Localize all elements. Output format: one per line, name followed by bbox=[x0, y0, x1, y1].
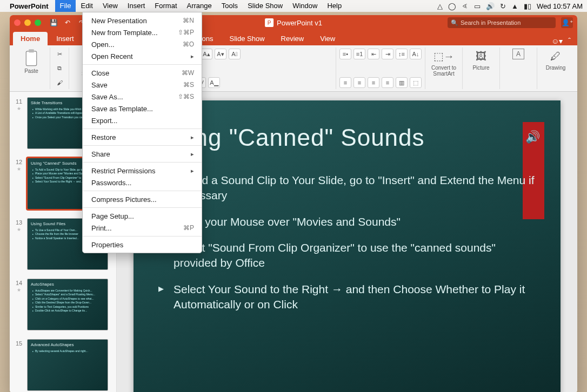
file-menu-properties[interactable]: Properties bbox=[83, 239, 202, 251]
text-direction-button[interactable]: A↓ bbox=[410, 49, 422, 59]
menu-edit[interactable]: Edit bbox=[76, 0, 97, 12]
slide-bullet[interactable]: To Add a Sound Clip to Your Slide, go to… bbox=[158, 173, 536, 204]
picture-button[interactable]: 🖼 Picture bbox=[466, 49, 496, 71]
tab-review[interactable]: Review bbox=[274, 32, 312, 45]
sync-icon[interactable]: ↻ bbox=[500, 2, 506, 10]
slide-body[interactable]: To Add a Sound Clip to Your Slide, go to… bbox=[158, 173, 536, 312]
file-menu-restore[interactable]: Restore bbox=[83, 131, 202, 143]
tab-home[interactable]: Home bbox=[13, 32, 48, 45]
ribbon-collapse-icon[interactable]: ˆ bbox=[568, 37, 571, 45]
align-center-button[interactable]: ≡ bbox=[353, 77, 365, 88]
menu-slideshow[interactable]: Slide Show bbox=[243, 0, 288, 12]
account-button[interactable]: 👤⁺ bbox=[561, 17, 573, 28]
slide-thumbnail[interactable]: AutoShapesAutoShapes are Convenient for … bbox=[27, 279, 108, 330]
file-menu-export[interactable]: Export... bbox=[83, 114, 202, 126]
app-name[interactable]: PowerPoint bbox=[10, 2, 49, 10]
line-spacing-button[interactable]: ↕≡ bbox=[396, 49, 408, 59]
file-menu-restrict-permissions[interactable]: Restrict Permissions bbox=[83, 165, 202, 177]
picture-icon: 🖼 bbox=[473, 49, 489, 64]
volume-icon[interactable]: 🔊 bbox=[486, 2, 495, 10]
align-left-button[interactable]: ≡ bbox=[339, 77, 351, 88]
slide-bullet[interactable]: Select Your Sound to the Right → and the… bbox=[158, 282, 536, 313]
indent-less-button[interactable]: ⇤ bbox=[368, 49, 379, 59]
file-menu-save-as[interactable]: Save As...⇧⌘S bbox=[83, 91, 202, 103]
indent-more-button[interactable]: ⇥ bbox=[382, 49, 393, 59]
qat-undo-icon[interactable]: ↶ bbox=[63, 18, 72, 28]
columns-button[interactable]: ▥ bbox=[396, 77, 408, 88]
file-menu-share[interactable]: Share bbox=[83, 148, 202, 160]
tab-view[interactable]: View bbox=[312, 32, 343, 45]
align-right-button[interactable]: ≡ bbox=[368, 77, 379, 88]
grow-font-button[interactable]: A▴ bbox=[201, 49, 212, 59]
search-input[interactable] bbox=[461, 19, 552, 26]
file-menu-close[interactable]: Close⌘W bbox=[83, 67, 202, 79]
thumb-number: 12★ bbox=[14, 158, 24, 172]
slide-thumbnail[interactable]: Advanced AutoShapesBy selecting several … bbox=[27, 339, 108, 391]
wifi-icon[interactable]: ▲ bbox=[511, 2, 518, 10]
window-minimize-button[interactable] bbox=[24, 19, 31, 26]
convert-smartart-label: Convert to SmartArt bbox=[431, 65, 456, 77]
tab-insert[interactable]: Insert bbox=[49, 32, 82, 45]
window-traffic-lights bbox=[14, 19, 41, 26]
justify-button[interactable]: ≡ bbox=[382, 77, 393, 88]
menu-tools[interactable]: Tools bbox=[217, 0, 243, 12]
svg-rect-0 bbox=[26, 51, 36, 66]
paste-label: Paste bbox=[24, 68, 38, 74]
qat-save-icon[interactable]: 💾 bbox=[49, 18, 58, 28]
picture-label: Picture bbox=[472, 65, 489, 71]
menubar-clock[interactable]: Wed 10:57 AM bbox=[537, 2, 583, 10]
thumb-number: 15 bbox=[14, 339, 24, 347]
file-menu-new-from-template[interactable]: New from Template...⇧⌘P bbox=[83, 26, 202, 38]
file-menu-compress-pictures[interactable]: Compress Pictures... bbox=[83, 193, 202, 205]
cut-icon[interactable]: ✂ bbox=[54, 49, 65, 59]
numbering-button[interactable]: ≡1 bbox=[353, 49, 365, 59]
thumb-number: 11★ bbox=[14, 97, 24, 111]
window-close-button[interactable] bbox=[14, 19, 21, 26]
file-menu-new-presentation[interactable]: New Presentation⌘N bbox=[83, 15, 202, 26]
menu-insert[interactable]: Insert bbox=[123, 0, 150, 12]
drawing-button[interactable]: 🖊 Drawing bbox=[541, 49, 571, 71]
thumb-number: 13★ bbox=[14, 218, 24, 232]
slide-bullet[interactable]: Place your Mouse over "Movies and Sounds… bbox=[158, 214, 536, 229]
ribbon-smiley-icon[interactable]: ☺▾ bbox=[551, 37, 563, 45]
user-icon[interactable]: ◯ bbox=[448, 2, 456, 10]
file-menu-page-setup[interactable]: Page Setup... bbox=[83, 210, 202, 222]
clear-format-button[interactable]: A⃠ bbox=[229, 49, 241, 59]
window-zoom-button[interactable] bbox=[35, 19, 41, 26]
gdrive-icon[interactable]: △ bbox=[437, 2, 443, 10]
slide-title[interactable]: Using "Canned" Sounds bbox=[158, 124, 536, 151]
menu-view[interactable]: View bbox=[98, 0, 123, 12]
paste-button[interactable]: Paste bbox=[16, 49, 46, 74]
battery-icon[interactable]: ▮▯ bbox=[524, 2, 531, 10]
bullets-button[interactable]: ≡• bbox=[339, 49, 351, 59]
copy-icon[interactable]: ⧉ bbox=[54, 63, 65, 74]
menu-format[interactable]: Format bbox=[150, 0, 182, 12]
file-menu-save[interactable]: Save⌘S bbox=[83, 79, 202, 91]
align-text-button[interactable]: ⬚ bbox=[410, 77, 422, 88]
file-menu-passwords[interactable]: Passwords... bbox=[83, 177, 202, 188]
file-menu-open[interactable]: Open...⌘O bbox=[83, 38, 202, 50]
textbox-button[interactable]: A bbox=[503, 49, 533, 59]
file-menu-save-as-template[interactable]: Save as Template... bbox=[83, 103, 202, 114]
slide-bullet[interactable]: Select "Sound From Clip Organizer" to us… bbox=[158, 240, 536, 271]
powerpoint-icon: P bbox=[265, 18, 274, 27]
menu-file[interactable]: File bbox=[55, 0, 76, 12]
search-in-presentation[interactable]: 🔍 bbox=[448, 17, 556, 28]
quick-access-toolbar: 💾 ↶ ↷ bbox=[49, 18, 86, 28]
file-menu-open-recent[interactable]: Open Recent bbox=[83, 50, 202, 62]
clipboard-icon bbox=[23, 49, 39, 67]
sound-icon[interactable]: 🔊 bbox=[525, 130, 540, 144]
svg-rect-1 bbox=[29, 49, 34, 52]
file-menu-print[interactable]: Print...⌘P bbox=[83, 222, 202, 234]
menu-help[interactable]: Help bbox=[322, 0, 346, 12]
convert-smartart-button[interactable]: ⬚→ Convert to SmartArt bbox=[429, 49, 459, 77]
format-painter-icon[interactable]: 🖌 bbox=[54, 77, 65, 88]
display-icon[interactable]: ▭ bbox=[474, 2, 481, 10]
shrink-font-button[interactable]: A▾ bbox=[215, 49, 226, 59]
dropbox-icon[interactable]: ⩹ bbox=[462, 2, 469, 10]
drawing-icon: 🖊 bbox=[548, 49, 563, 64]
menu-window[interactable]: Window bbox=[288, 0, 322, 12]
font-color-button[interactable]: A▁ bbox=[208, 77, 220, 88]
tab-slideshow[interactable]: Slide Show bbox=[222, 32, 272, 45]
menu-arrange[interactable]: Arrange bbox=[182, 0, 217, 12]
